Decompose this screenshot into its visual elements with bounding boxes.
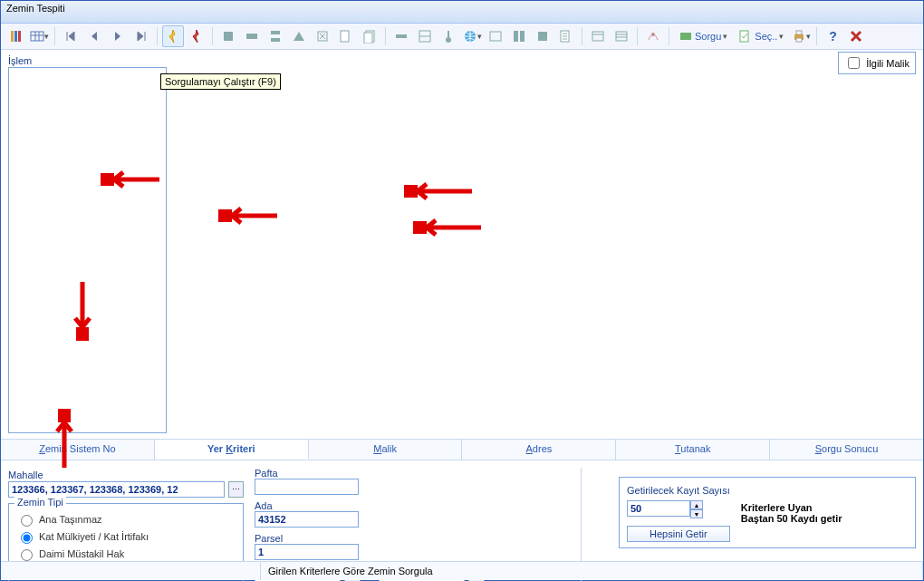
svg-rect-40 [413,221,427,234]
tool-8-icon[interactable] [390,25,412,47]
parsel-input[interactable] [255,544,359,560]
spin-down[interactable]: ▼ [690,509,703,518]
toolbar-sep [816,27,817,45]
radio-ana-tasinmaz[interactable]: Ana Taşınmaz [16,512,236,527]
svg-rect-36 [796,38,802,42]
svg-rect-0 [11,31,14,42]
run-query-icon[interactable] [162,25,184,47]
annotation-arrow [51,409,78,472]
fetch-settings-panel: Getirilecek Kayıt Sayısı ▲ ▼ Hepsini Get… [619,477,916,548]
tool-2-icon[interactable] [241,25,263,47]
tool-7-icon[interactable] [359,25,380,47]
ilgili-malik-label: İlgili Malik [866,58,910,69]
tab-sorgu-sonucu[interactable]: Sorgu Sonucu [770,440,923,460]
svg-rect-15 [396,34,407,38]
islem-input[interactable] [8,67,167,433]
tool-6-icon[interactable] [335,25,357,47]
annotation-arrow [218,205,282,227]
svg-rect-42 [58,409,71,422]
annotation-arrow [101,169,164,190]
run-query-red-icon[interactable] [186,25,207,47]
svg-rect-21 [490,32,501,41]
svg-rect-35 [796,31,802,34]
ada-label: Ada [255,500,273,511]
print-icon[interactable]: ▾ [790,25,812,47]
nav-first-icon[interactable] [60,25,82,47]
kriter-text-2: Baştan 50 Kaydı getir [741,513,842,524]
svg-rect-23 [520,31,525,42]
main-toolbar: ▾ ▾ Sorgu▾ Seç..▾ ▾ ? [1,24,923,50]
toolbar-sep [54,27,55,45]
svg-rect-26 [592,32,603,41]
svg-rect-12 [341,31,349,42]
toolbar-sep [637,27,638,45]
radio-daimi-mustakil[interactable]: Daimi Müstakil Hak [16,547,236,561]
svg-rect-41 [76,327,89,341]
svg-rect-9 [271,31,280,34]
kayit-sayisi-input[interactable] [627,500,690,517]
tab-tutanak[interactable]: Tutanak [616,440,770,460]
mahalle-lookup-icon[interactable]: ⋯ [228,481,244,498]
sorgu-dropdown[interactable]: Sorgu▾ [674,25,732,47]
svg-rect-2 [18,31,21,42]
grid-icon[interactable]: ▾ [28,25,50,47]
svg-rect-33 [740,31,748,42]
annotation-arrow [404,180,476,202]
ada-input[interactable] [255,511,359,528]
ilgili-malik-box[interactable]: İlgili Malik [838,52,916,74]
svg-point-18 [446,37,451,43]
annotation-arrow [69,277,96,341]
toolbar-sep [212,27,213,45]
sec-dropdown[interactable]: Seç..▾ [734,25,788,47]
svg-rect-32 [680,33,691,40]
mahalle-input[interactable] [8,481,225,498]
toolbar-sep [385,27,386,45]
getirilecek-label: Getirilecek Kayıt Sayısı [627,485,730,496]
svg-rect-8 [246,34,257,39]
tab-malik[interactable]: Malik [309,440,463,460]
tool-16-icon[interactable] [611,25,632,47]
tool-1-icon[interactable] [217,25,239,47]
tool-15-icon[interactable] [587,25,609,47]
tool-5-icon[interactable] [312,25,333,47]
run-query-tooltip: Sorgulamayı Çalıştır (F9) [160,73,281,90]
tool-3-icon[interactable] [265,25,286,47]
svg-rect-39 [404,185,418,198]
toolbar-sep [669,27,669,45]
nav-prev-icon[interactable] [83,25,105,47]
status-cell-1 [1,562,261,580]
hepsini-getir-button[interactable]: Hepsini Getir [627,526,730,542]
wizard-icon[interactable] [5,25,26,47]
tool-12-icon[interactable] [508,25,530,47]
close-icon[interactable] [845,25,867,47]
tab-adres[interactable]: Adres [462,440,616,460]
tab-yer-kriteri[interactable]: Yer Kriteri [155,440,309,460]
help-icon[interactable]: ? [822,25,843,47]
ilgili-malik-checkbox[interactable] [848,57,860,69]
tab-strip: ZZemin Sistem Noemin Sistem No Yer Krite… [1,439,923,460]
tool-11-icon[interactable] [485,25,506,47]
tool-4-icon[interactable] [288,25,310,47]
tool-9-icon[interactable] [414,25,436,47]
mahalle-label: Mahalle [8,470,244,480]
kriter-text-1: Kriterlere Uyan [741,502,842,513]
spin-up[interactable]: ▲ [690,500,703,509]
pafta-input[interactable] [255,479,359,495]
tool-14-icon[interactable] [555,25,577,47]
toolbar-sep [582,27,582,45]
svg-rect-38 [218,209,232,222]
tool-13-icon[interactable] [532,25,553,47]
app-window: Zemin Tespiti ▾ ▾ Sorgu [0,0,924,581]
globe-icon[interactable]: ▾ [461,25,483,47]
nav-next-icon[interactable] [107,25,129,47]
zemin-tipi-title: Zemin Tipi [14,497,66,508]
svg-rect-19 [448,31,449,37]
islem-row: İşlem İlgili Malik [1,50,923,439]
svg-rect-24 [538,32,547,41]
tool-10-icon[interactable] [438,25,459,47]
radio-kat-mulkiyeti[interactable]: Kat Mülkiyeti / Kat İrtifakı [16,529,236,544]
svg-rect-28 [616,32,627,41]
nav-last-icon[interactable] [130,25,152,47]
svg-rect-22 [514,31,518,42]
tool-17-icon[interactable] [642,25,664,47]
